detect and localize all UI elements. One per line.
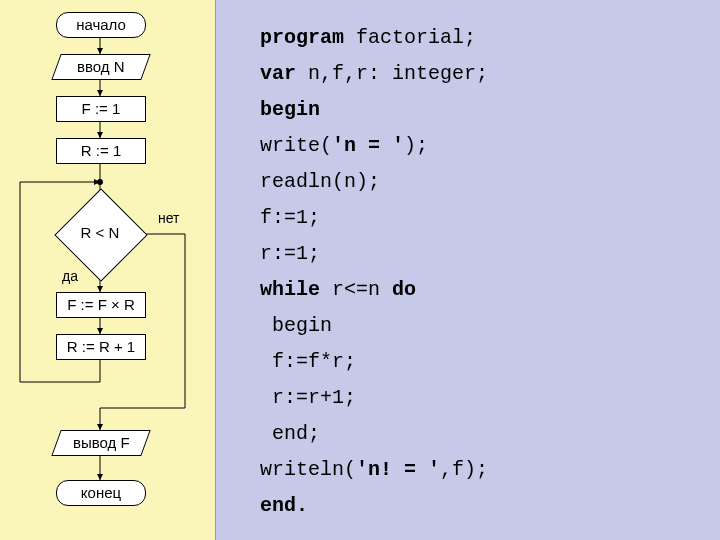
code-line-6: f:=1; <box>260 200 488 236</box>
flow-proc-fr-label: F := F × R <box>67 296 135 313</box>
txt-l7: r:=1; <box>260 242 320 265</box>
code-line-2: var n,f,r: integer; <box>260 56 488 92</box>
flow-end-label: конец <box>81 484 121 501</box>
code-line-4: write('n = '); <box>260 128 488 164</box>
code-line-11: r:=r+1; <box>260 380 488 416</box>
flow-no-label: нет <box>158 210 179 226</box>
flow-output-label: вывод F <box>73 431 130 455</box>
flow-start-label: начало <box>76 16 126 33</box>
flow-proc-f1-label: F := 1 <box>82 100 121 117</box>
code-line-7: r:=1; <box>260 236 488 272</box>
flow-proc-r1: R := 1 <box>56 138 146 164</box>
kw-while: while <box>260 278 320 301</box>
txt-l13b: ,f); <box>440 458 488 481</box>
kw-begin: begin <box>260 98 320 121</box>
code-line-8: while r<=n do <box>260 272 488 308</box>
flow-input: ввод N <box>51 54 150 80</box>
txt-l11: r:=r+1; <box>260 386 356 409</box>
code-line-12: end; <box>260 416 488 452</box>
flowchart-panel: начало ввод N F := 1 R := 1 R < N да нет… <box>0 0 216 540</box>
flow-output: вывод F <box>51 430 150 456</box>
flow-proc-inc-label: R := R + 1 <box>67 338 135 355</box>
code-line-5: readln(n); <box>260 164 488 200</box>
flow-proc-fr: F := F × R <box>56 292 146 318</box>
flow-yes-label: да <box>62 268 78 284</box>
txt-l4a: write( <box>260 134 332 157</box>
code-panel: program factorial; var n,f,r: integer; b… <box>260 20 488 524</box>
kw-program: program <box>260 26 344 49</box>
code-line-3: begin <box>260 92 488 128</box>
code-line-14: end. <box>260 488 488 524</box>
code-line-10: f:=f*r; <box>260 344 488 380</box>
txt-l2: n,f,r: integer; <box>296 62 488 85</box>
txt-l8: r<=n <box>320 278 392 301</box>
txt-l5: readln(n); <box>260 170 380 193</box>
kw-var: var <box>260 62 296 85</box>
txt-l9: begin <box>260 314 332 337</box>
svg-point-7 <box>97 179 103 185</box>
flow-proc-f1: F := 1 <box>56 96 146 122</box>
flow-end: конец <box>56 480 146 506</box>
txt-l13a: writeln( <box>260 458 356 481</box>
str-l13: 'n! = ' <box>356 458 440 481</box>
str-l4: 'n = ' <box>332 134 404 157</box>
code-line-13: writeln('n! = ',f); <box>260 452 488 488</box>
flow-proc-inc: R := R + 1 <box>56 334 146 360</box>
code-line-1: program factorial; <box>260 20 488 56</box>
flow-proc-r1-label: R := 1 <box>81 142 121 159</box>
kw-end: end. <box>260 494 308 517</box>
flow-start: начало <box>56 12 146 38</box>
txt-l10: f:=f*r; <box>260 350 356 373</box>
txt-l12: end; <box>260 422 320 445</box>
flow-input-label: ввод N <box>77 55 125 79</box>
flow-decision-label: R < N <box>55 224 145 241</box>
kw-do: do <box>392 278 416 301</box>
txt-l6: f:=1; <box>260 206 320 229</box>
code-line-9: begin <box>260 308 488 344</box>
txt-l1: factorial; <box>344 26 476 49</box>
txt-l4b: ); <box>404 134 428 157</box>
